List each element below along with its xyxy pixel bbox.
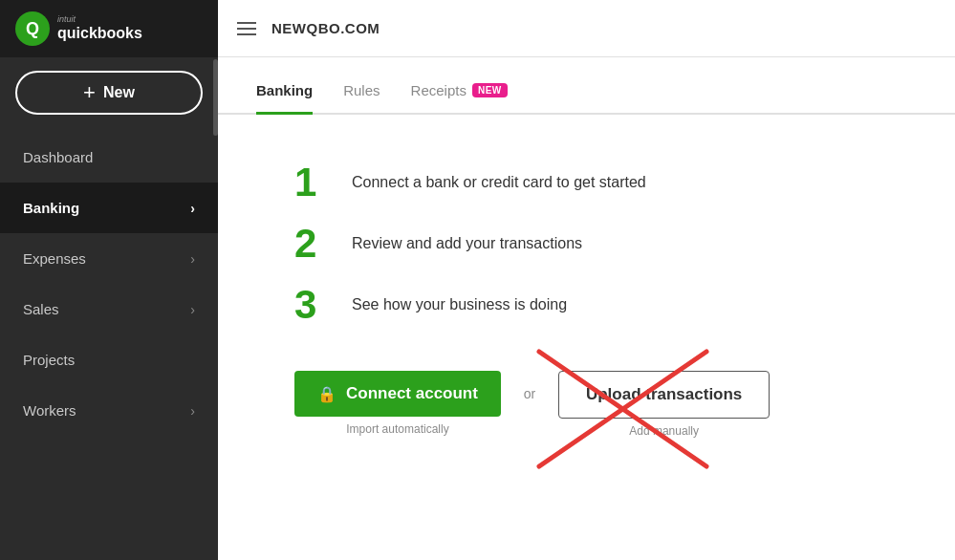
step-number-1: 1 <box>294 162 329 203</box>
upload-button-label: Upload transactions <box>586 385 742 403</box>
sidebar-item-label: Projects <box>23 352 75 368</box>
sidebar: Q intuit quickbooks + New Dashboard Bank… <box>0 0 218 560</box>
tab-label: Rules <box>343 82 380 98</box>
sidebar-item-label: Sales <box>23 301 59 317</box>
sidebar-item-label: Dashboard <box>23 149 93 165</box>
chevron-right-icon: › <box>190 201 195 216</box>
sidebar-item-sales[interactable]: Sales › <box>0 284 218 334</box>
sidebar-scrollbar[interactable] <box>213 59 218 136</box>
quickbooks-label: quickbooks <box>57 24 142 42</box>
sidebar-nav: Dashboard Banking › Expenses › Sales › P… <box>0 132 218 436</box>
hamburger-menu-icon[interactable] <box>237 22 256 35</box>
sidebar-item-label: Banking <box>23 200 79 216</box>
upload-subtext: Add manually <box>629 424 699 438</box>
sidebar-item-expenses[interactable]: Expenses › <box>0 233 218 284</box>
sidebar-item-dashboard[interactable]: Dashboard <box>0 132 218 183</box>
or-separator: or <box>520 371 539 401</box>
qb-logo-icon: Q <box>15 11 50 46</box>
chevron-right-icon: › <box>190 251 195 267</box>
lock-icon: 🔒 <box>317 385 336 403</box>
new-button-label: New <box>103 84 135 101</box>
tab-receipts[interactable]: Receipts NEW <box>411 82 508 115</box>
actions-row: 🔒 Connect account Import automatically o… <box>294 371 898 438</box>
connect-subtext: Import automatically <box>346 422 448 436</box>
connect-account-button[interactable]: 🔒 Connect account <box>294 371 501 417</box>
intuit-label: intuit <box>57 15 142 24</box>
logo-area: Q intuit quickbooks <box>0 0 218 57</box>
tabs: Banking Rules Receipts NEW <box>218 57 955 115</box>
sidebar-item-workers[interactable]: Workers › <box>0 385 218 436</box>
step-text-3: See how your business is doing <box>352 296 567 313</box>
upload-transactions-button[interactable]: Upload transactions <box>558 371 770 419</box>
tab-banking[interactable]: Banking <box>256 82 313 115</box>
step-text-1: Connect a bank or credit card to get sta… <box>352 174 646 191</box>
steps-list: 1 Connect a bank or credit card to get s… <box>294 162 898 325</box>
chevron-right-icon: › <box>190 302 195 317</box>
qb-logo-text: intuit quickbooks <box>57 15 142 42</box>
step-number-2: 2 <box>294 224 329 264</box>
topbar: NEWQBO.COM <box>218 0 955 57</box>
sidebar-item-label: Workers <box>23 402 76 419</box>
step-2: 2 Review and add your transactions <box>294 224 898 264</box>
tab-rules[interactable]: Rules <box>343 82 380 115</box>
step-1: 1 Connect a bank or credit card to get s… <box>294 162 898 203</box>
step-text-2: Review and add your transactions <box>352 235 582 252</box>
tab-label: Banking <box>256 82 313 98</box>
connect-group: 🔒 Connect account Import automatically <box>294 371 501 436</box>
plus-icon: + <box>83 82 96 103</box>
new-button[interactable]: + New <box>15 71 203 115</box>
content-area: Banking Rules Receipts NEW 1 Connect a b… <box>218 57 955 560</box>
main-area: NEWQBO.COM Banking Rules Receipts NEW 1 … <box>218 0 955 560</box>
sidebar-item-projects[interactable]: Projects <box>0 334 218 385</box>
upload-group: Upload transactions Add manually <box>558 371 770 438</box>
new-badge: NEW <box>472 83 508 97</box>
tab-label: Receipts <box>411 82 467 98</box>
main-content: 1 Connect a bank or credit card to get s… <box>218 115 955 476</box>
step-number-3: 3 <box>294 285 329 325</box>
sidebar-item-banking[interactable]: Banking › <box>0 183 218 233</box>
page-title: NEWQBO.COM <box>271 20 380 36</box>
chevron-right-icon: › <box>190 403 195 419</box>
sidebar-item-label: Expenses <box>23 250 86 267</box>
connect-button-label: Connect account <box>346 384 478 403</box>
step-3: 3 See how your business is doing <box>294 285 898 325</box>
